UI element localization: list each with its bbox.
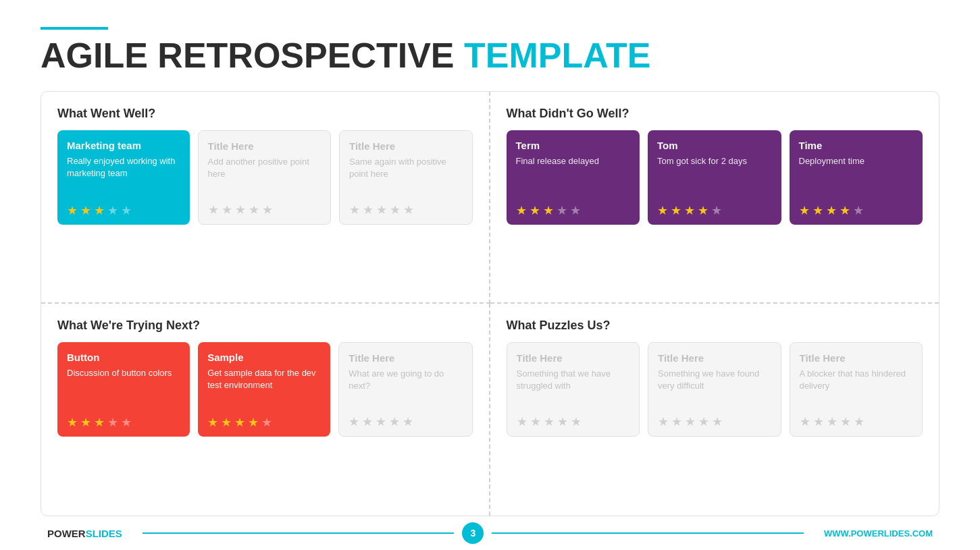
star-icon: ★ <box>249 202 259 217</box>
star-icon: ★ <box>94 203 105 218</box>
card-pu2: Title Here Something we have found very … <box>648 342 781 437</box>
star-icon: ★ <box>557 414 568 429</box>
star-icon: ★ <box>94 415 105 430</box>
footer-url: WWW.POWERLIDES.COM <box>824 528 933 539</box>
card-tn3-title: Title Here <box>349 352 462 364</box>
cards-row-puzzles-us: Title Here Something that we have strugg… <box>507 342 923 437</box>
card-pu2-body: Something we have found very difficult <box>658 368 771 408</box>
star-icon: ★ <box>234 415 245 430</box>
star-icon: ★ <box>389 414 400 429</box>
card-tn1: Button Discussion of button colors ★ ★ ★… <box>57 342 190 437</box>
star-icon: ★ <box>698 414 709 429</box>
star-icon: ★ <box>813 414 824 429</box>
star-icon: ★ <box>826 203 837 218</box>
star-icon: ★ <box>222 202 232 217</box>
star-icon: ★ <box>840 414 851 429</box>
star-icon: ★ <box>571 414 582 429</box>
card-dw3-title: Time <box>799 140 914 151</box>
star-icon: ★ <box>543 203 554 218</box>
card-ww3-title: Title Here <box>349 140 463 152</box>
card-dw1-stars: ★ ★ ★ ★ ★ <box>516 203 631 218</box>
card-dw3-stars: ★ ★ ★ ★ ★ <box>799 203 914 218</box>
star-icon: ★ <box>235 202 246 217</box>
card-dw3: Time Deployment time ★ ★ ★ ★ ★ <box>790 130 923 225</box>
card-pu3-title: Title Here <box>800 352 913 364</box>
cards-row-went-well: Marketing team Really enjoyed working wi… <box>57 130 473 225</box>
card-ww1: Marketing team Really enjoyed working wi… <box>57 130 190 225</box>
star-icon: ★ <box>376 414 386 429</box>
quadrant-title-went-well: What Went Well? <box>57 107 473 121</box>
star-icon: ★ <box>517 414 527 429</box>
star-icon: ★ <box>698 203 708 218</box>
footer: POWERSLIDES 3 WWW.POWERLIDES.COM <box>41 516 939 550</box>
card-tn3: Title Here What are we going to do next?… <box>338 342 472 437</box>
quadrant-title-trying-next: What We're Trying Next? <box>57 319 473 333</box>
card-ww2-title: Title Here <box>208 140 321 152</box>
card-pu2-title: Title Here <box>658 352 771 364</box>
star-icon: ★ <box>827 414 837 429</box>
card-tn2-body: Get sample data for the dev test environ… <box>207 367 321 408</box>
card-pu1-title: Title Here <box>517 352 630 364</box>
star-icon: ★ <box>208 202 219 217</box>
card-pu3: Title Here A blocker that has hindered d… <box>790 342 923 437</box>
card-tn1-title: Button <box>67 352 180 363</box>
card-pu2-stars: ★ ★ ★ ★ ★ <box>658 414 771 429</box>
card-dw2: Tom Tom got sick for 2 days ★ ★ ★ ★ ★ <box>648 130 781 225</box>
card-tn1-stars: ★ ★ ★ ★ ★ <box>67 415 180 430</box>
card-ww3-body: Same again with positive point here <box>349 156 463 196</box>
card-dw2-body: Tom got sick for 2 days <box>657 155 772 196</box>
quadrant-title-didnt-go-well: What Didn't Go Well? <box>507 107 923 121</box>
card-dw1: Term Final release delayed ★ ★ ★ ★ ★ <box>507 130 640 225</box>
cards-row-trying-next: Button Discussion of button colors ★ ★ ★… <box>57 342 473 437</box>
card-pu3-stars: ★ ★ ★ ★ ★ <box>800 414 913 429</box>
star-icon: ★ <box>853 203 864 218</box>
star-icon: ★ <box>800 414 810 429</box>
star-icon: ★ <box>684 203 695 218</box>
quadrant-trying-next: What We're Trying Next? Button Discussio… <box>41 304 490 516</box>
star-icon: ★ <box>657 203 668 218</box>
footer-center: 3 <box>143 522 804 544</box>
card-tn2-title: Sample <box>207 352 321 363</box>
card-tn1-body: Discussion of button colors <box>67 367 180 408</box>
title-black: AGILE RETROSPECTIVE <box>41 36 455 75</box>
star-icon: ★ <box>121 415 132 430</box>
footer-brand: POWERSLIDES <box>47 528 122 539</box>
star-icon: ★ <box>570 203 581 218</box>
star-icon: ★ <box>544 414 555 429</box>
footer-page-number: 3 <box>462 522 484 544</box>
star-icon: ★ <box>107 203 118 218</box>
card-ww1-title: Marketing team <box>67 140 180 151</box>
star-icon: ★ <box>207 415 218 430</box>
star-icon: ★ <box>712 414 723 429</box>
card-dw1-body: Final release delayed <box>516 155 631 196</box>
card-tn3-body: What are we going to do next? <box>349 368 462 408</box>
card-ww3-stars: ★ ★ ★ ★ ★ <box>349 202 463 217</box>
star-icon: ★ <box>813 203 823 218</box>
footer-line-left <box>143 532 455 534</box>
star-icon: ★ <box>516 203 527 218</box>
footer-line-right <box>492 532 804 534</box>
star-icon: ★ <box>107 415 118 430</box>
card-dw2-title: Tom <box>657 140 772 151</box>
card-pu3-body: A blocker that has hindered delivery <box>800 368 913 408</box>
star-icon: ★ <box>671 414 682 429</box>
star-icon: ★ <box>376 202 387 217</box>
star-icon: ★ <box>557 203 567 218</box>
star-icon: ★ <box>799 203 810 218</box>
card-ww2: Title Here Add another positive point he… <box>198 130 332 225</box>
star-icon: ★ <box>80 203 91 218</box>
card-ww3: Title Here Same again with positive poin… <box>339 130 473 225</box>
star-icon: ★ <box>262 202 273 217</box>
card-ww1-body: Really enjoyed working with marketing te… <box>67 155 180 196</box>
star-icon: ★ <box>261 415 272 430</box>
card-dw2-stars: ★ ★ ★ ★ ★ <box>657 203 772 218</box>
main-board: What Went Well? Marketing team Really en… <box>41 91 939 516</box>
footer-brand-black: POWER <box>47 528 86 539</box>
card-tn2-stars: ★ ★ ★ ★ ★ <box>207 415 321 430</box>
star-icon: ★ <box>349 202 360 217</box>
star-icon: ★ <box>67 415 78 430</box>
card-ww2-body: Add another positive point here <box>208 156 321 196</box>
card-ww2-stars: ★ ★ ★ ★ ★ <box>208 202 321 217</box>
card-tn2: Sample Get sample data for the dev test … <box>198 342 330 437</box>
card-pu1-body: Something that we have struggled with <box>517 368 630 408</box>
